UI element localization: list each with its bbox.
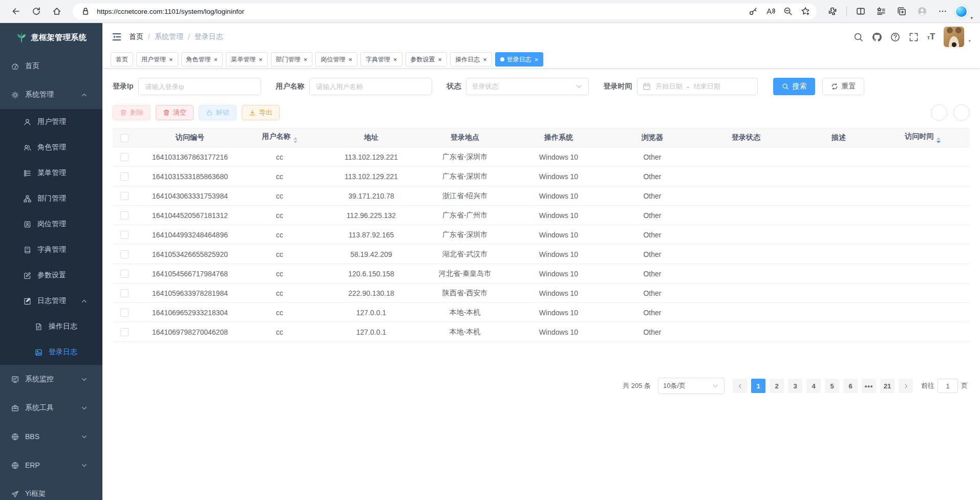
page-button-6[interactable]: 6 <box>843 379 858 393</box>
close-tab-icon[interactable]: × <box>483 56 487 63</box>
column-header-user[interactable]: 用户名称 <box>244 128 315 147</box>
header-search-icon[interactable] <box>854 32 863 42</box>
refresh-icon[interactable] <box>28 3 45 19</box>
ip-input[interactable] <box>138 78 261 95</box>
tab-home[interactable]: 首页 <box>111 52 133 67</box>
tab-user[interactable]: 用户管理× <box>136 52 178 67</box>
row-checkbox[interactable] <box>120 231 129 239</box>
fullscreen-icon[interactable] <box>909 32 919 42</box>
main-area: 首页/系统管理/登录日志 тT ▾ 首页用户管理×角色管理×菜单管理×部门管理×… <box>102 23 980 500</box>
tab-menu[interactable]: 菜单管理× <box>226 52 268 67</box>
sidebar-item-menu[interactable]: 菜单管理 <box>0 160 102 186</box>
more-menu-icon[interactable] <box>934 3 951 19</box>
close-tab-icon[interactable]: × <box>169 56 173 63</box>
more-pages-button[interactable]: ••• <box>862 379 876 393</box>
sidebar-item-dept[interactable]: 部门管理 <box>0 186 102 211</box>
export-button[interactable]: 导出 <box>242 105 280 120</box>
page-button-3[interactable]: 3 <box>788 379 802 393</box>
tab-param[interactable]: 参数设置× <box>406 52 448 67</box>
row-checkbox[interactable] <box>120 328 129 336</box>
page-button-1[interactable]: 1 <box>751 379 765 393</box>
close-tab-icon[interactable]: × <box>348 56 352 63</box>
next-page-button[interactable] <box>899 379 913 393</box>
tab-loginlog[interactable]: 登录日志× <box>495 52 544 67</box>
reset-button[interactable]: 重置 <box>822 78 864 95</box>
tab-dict[interactable]: 字典管理× <box>360 52 402 67</box>
goto-page-input[interactable] <box>938 379 958 393</box>
url-text[interactable]: https://ccnetcore.com:1101/system/log/lo… <box>97 8 742 15</box>
close-tab-icon[interactable]: × <box>393 56 397 63</box>
sidebar-item-loginlog[interactable]: 登录日志 <box>0 339 102 365</box>
sidebar-item-log[interactable]: 日志管理 <box>0 288 102 314</box>
clear-button[interactable]: 清空 <box>156 105 194 120</box>
row-checkbox[interactable] <box>120 270 129 278</box>
date-range-input[interactable]: 开始日期 - 结束日期 <box>637 78 758 95</box>
favorite-star-icon[interactable] <box>799 3 812 19</box>
row-checkbox[interactable] <box>120 153 129 161</box>
row-checkbox[interactable] <box>120 309 129 317</box>
page-button-2[interactable]: 2 <box>770 379 784 393</box>
sidebar-item-dict[interactable]: 字典管理 <box>0 237 102 263</box>
close-tab-icon[interactable]: × <box>259 56 263 63</box>
sidebar-item-monitor[interactable]: 系统监控 <box>0 365 102 394</box>
row-checkbox[interactable] <box>120 289 129 297</box>
sidebar-item-role[interactable]: 角色管理 <box>0 135 102 160</box>
sidebar-item-oplog[interactable]: 操作日志 <box>0 314 102 339</box>
sidebar-item-home[interactable]: 首页 <box>0 52 102 80</box>
breadcrumb-item[interactable]: 首页 <box>129 32 143 41</box>
select-all-checkbox[interactable] <box>120 134 129 142</box>
close-tab-icon[interactable]: × <box>304 56 308 63</box>
tab-post[interactable]: 岗位管理× <box>315 52 357 67</box>
search-button[interactable]: 搜索 <box>773 78 815 95</box>
sidebar-item-bbs[interactable]: BBS <box>0 422 102 451</box>
address-bar[interactable]: https://ccnetcore.com:1101/system/log/lo… <box>73 4 817 19</box>
table-search-toggle-button[interactable] <box>931 104 947 121</box>
delete-button[interactable]: 删除 <box>113 105 151 120</box>
close-tab-icon[interactable]: × <box>535 56 539 63</box>
sidebar-item-yi[interactable]: Yi框架 <box>0 480 102 500</box>
password-key-icon[interactable] <box>747 3 759 19</box>
tab-oplog[interactable]: 操作日志× <box>450 52 492 67</box>
font-size-icon[interactable]: тT <box>927 32 935 42</box>
close-tab-icon[interactable]: × <box>438 56 442 63</box>
avatar-caret-icon[interactable]: ▾ <box>968 38 971 44</box>
help-icon[interactable] <box>890 32 900 42</box>
row-checkbox[interactable] <box>120 211 129 220</box>
page-button-21[interactable]: 21 <box>880 379 894 393</box>
prev-page-button[interactable] <box>733 379 747 393</box>
copilot-icon[interactable] <box>954 5 968 18</box>
tab-role[interactable]: 角色管理× <box>181 52 223 67</box>
tab-dept[interactable]: 部门管理× <box>271 52 313 67</box>
github-icon[interactable] <box>872 32 882 42</box>
status-select[interactable]: 登录状态 <box>466 78 589 95</box>
username-input[interactable] <box>309 78 432 95</box>
sidebar-item-param[interactable]: 参数设置 <box>0 263 102 288</box>
sidebar-item-user[interactable]: 用户管理 <box>0 109 102 135</box>
split-screen-icon[interactable] <box>852 3 869 19</box>
collections-icon[interactable] <box>893 3 910 19</box>
home-icon[interactable] <box>48 3 66 19</box>
table-refresh-button[interactable] <box>953 104 970 121</box>
column-header-time[interactable]: 访问时间 <box>876 128 970 147</box>
favorites-bar-icon[interactable] <box>872 3 890 19</box>
page-button-4[interactable]: 4 <box>806 379 821 393</box>
read-aloud-icon[interactable] <box>764 3 777 19</box>
browser-profile-icon[interactable] <box>913 3 931 19</box>
row-checkbox[interactable] <box>120 172 129 181</box>
page-size-select[interactable]: 10条/页 <box>658 378 725 394</box>
copilot-caret-icon[interactable]: ▾ <box>970 15 973 20</box>
row-checkbox[interactable] <box>120 250 129 258</box>
unlock-button[interactable]: 解锁 <box>199 105 237 120</box>
extensions-icon[interactable] <box>824 3 841 19</box>
page-button-5[interactable]: 5 <box>825 379 839 393</box>
sidebar-item-tools[interactable]: 系统工具 <box>0 394 102 422</box>
user-avatar[interactable] <box>944 27 964 47</box>
zoom-out-icon[interactable] <box>782 3 794 19</box>
collapse-sidebar-icon[interactable] <box>112 32 122 42</box>
back-icon[interactable] <box>7 3 25 19</box>
sidebar-item-post[interactable]: 岗位管理 <box>0 211 102 237</box>
close-tab-icon[interactable]: × <box>214 56 218 63</box>
sidebar-item-erp[interactable]: ERP <box>0 451 102 480</box>
sidebar-item-system[interactable]: 系统管理 <box>0 80 102 109</box>
row-checkbox[interactable] <box>120 192 129 200</box>
